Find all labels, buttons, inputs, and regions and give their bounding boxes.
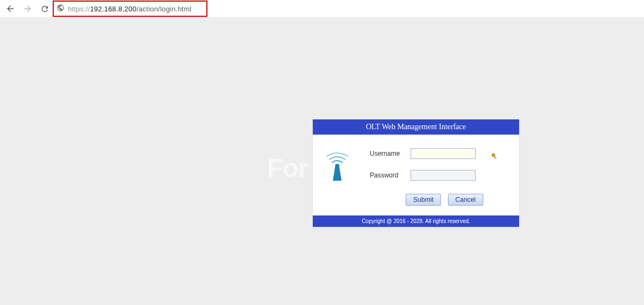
forward-button[interactable]	[23, 4, 33, 14]
browser-toolbar: https://192.168.8.200/action/login.html	[0, 0, 644, 18]
nav-buttons-group	[5, 4, 49, 14]
url-text: https://192.168.8.200/action/login.html	[68, 5, 192, 13]
password-row: Password	[370, 170, 508, 181]
password-label: Password	[370, 171, 411, 179]
antenna-logo-icon	[324, 151, 356, 183]
copyright-footer: Copyright @ 2016 - 2028. All rights rese…	[313, 215, 519, 227]
login-panel: OLT Web Management Interface Username	[313, 119, 519, 227]
panel-title: OLT Web Management Interface	[313, 119, 519, 135]
forward-arrow-icon	[23, 4, 33, 14]
globe-icon	[56, 4, 65, 14]
svg-rect-6	[494, 156, 496, 158]
password-input[interactable]	[411, 170, 476, 181]
button-row: Submit Cancel	[370, 192, 508, 206]
username-row: Username	[370, 148, 508, 159]
back-button[interactable]	[5, 4, 15, 14]
key-icon	[491, 152, 498, 160]
address-bar[interactable]: https://192.168.8.200/action/login.html	[54, 2, 639, 16]
reload-button[interactable]	[40, 4, 49, 13]
back-arrow-icon	[5, 4, 15, 14]
submit-button[interactable]: Submit	[406, 194, 441, 206]
login-form: Username Password Submit Cancel	[313, 135, 519, 215]
svg-text:For: For	[267, 154, 308, 182]
username-label: Username	[370, 150, 411, 157]
cancel-button[interactable]: Cancel	[448, 194, 483, 206]
page-content: For ISP OLT Web Management Interface	[0, 18, 644, 305]
reload-icon	[40, 4, 49, 14]
username-input[interactable]	[411, 148, 476, 159]
